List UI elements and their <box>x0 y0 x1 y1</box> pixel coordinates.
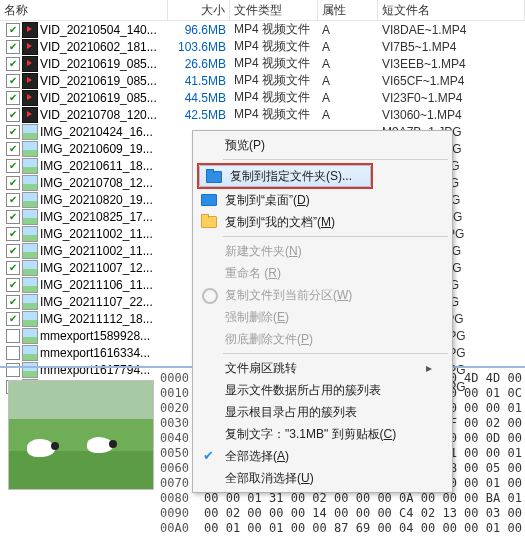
menu-select-all[interactable]: 全部选择(A) <box>195 445 450 467</box>
table-row[interactable]: VID_20210708_120...42.5MBMP4 视频文件AVI3060… <box>0 106 525 123</box>
file-name: IMG_20210609_19... <box>40 142 153 156</box>
thumbnail-area <box>0 368 160 536</box>
folder-icon <box>206 171 222 183</box>
menu-preview[interactable]: 预览(P) <box>195 134 450 156</box>
menu-show-root-clusters[interactable]: 显示根目录占用的簇列表 <box>195 401 450 423</box>
file-name: IMG_20210708_12... <box>40 176 153 190</box>
menu-show-clusters-label: 显示文件数据所占用的簇列表 <box>225 382 381 399</box>
row-checkbox[interactable] <box>6 278 20 292</box>
row-checkbox[interactable] <box>6 176 20 190</box>
check-icon <box>201 449 215 463</box>
row-checkbox[interactable] <box>6 346 20 360</box>
menu-copy-partition-label: 复制文件到当前分区(W) <box>225 287 352 304</box>
row-checkbox[interactable] <box>6 142 20 156</box>
menu-sector-jump[interactable]: 文件扇区跳转▸ <box>195 357 450 379</box>
row-checkbox[interactable] <box>6 295 20 309</box>
thumbnail-content <box>87 437 113 453</box>
file-name: mmexport1616334... <box>40 346 150 360</box>
menu-sector-jump-label: 文件扇区跳转 <box>225 360 297 377</box>
video-file-icon <box>22 56 38 72</box>
image-file-icon <box>22 345 38 361</box>
file-name: IMG_20210825_17... <box>40 210 153 224</box>
menu-copy-to-folder[interactable]: 复制到指定文件夹(S)... <box>199 165 371 187</box>
row-checkbox[interactable] <box>6 23 20 37</box>
row-checkbox[interactable] <box>6 329 20 343</box>
file-attr: A <box>318 23 378 37</box>
image-file-icon <box>22 328 38 344</box>
menu-select-all-label: 全部选择(A) <box>225 448 289 465</box>
file-name: VID_20210708_120... <box>40 108 157 122</box>
row-checkbox[interactable] <box>6 40 20 54</box>
image-file-icon <box>22 243 38 259</box>
image-file-icon <box>22 124 38 140</box>
menu-show-root-clusters-label: 显示根目录占用的簇列表 <box>225 404 357 421</box>
thumbnail-content <box>27 439 55 457</box>
menu-copy-mydocs[interactable]: 复制到“我的文档”(M) <box>195 211 450 233</box>
row-checkbox[interactable] <box>6 159 20 173</box>
image-file-icon <box>22 294 38 310</box>
col-header-type[interactable]: 文件类型 <box>230 0 318 20</box>
image-file-icon <box>22 226 38 242</box>
image-file-icon <box>22 311 38 327</box>
menu-perm-delete: 彻底删除文件(P) <box>195 328 450 350</box>
file-size: 96.6MB <box>168 23 230 37</box>
image-thumbnail[interactable] <box>8 380 154 490</box>
row-checkbox[interactable] <box>6 261 20 275</box>
table-row[interactable]: VID_20210619_085...26.6MBMP4 视频文件AVI3EEB… <box>0 55 525 72</box>
disk-icon <box>202 288 218 304</box>
highlight-red-box: 复制到指定文件夹(S)... <box>197 163 373 189</box>
row-checkbox[interactable] <box>6 57 20 71</box>
col-header-short[interactable]: 短文件名 <box>378 0 525 20</box>
menu-rename-label: 重命名 (R) <box>225 265 281 282</box>
menu-force-delete-label: 强制删除(E) <box>225 309 289 326</box>
image-file-icon <box>22 175 38 191</box>
file-name: VID_20210619_085... <box>40 57 157 71</box>
menu-copy-to-folder-wrap: 复制到指定文件夹(S)... <box>195 163 450 189</box>
row-checkbox[interactable] <box>6 91 20 105</box>
context-menu: 预览(P) 复制到指定文件夹(S)... 复制到“桌面”(D) 复制到“我的文档… <box>192 130 453 493</box>
row-checkbox[interactable] <box>6 125 20 139</box>
row-checkbox[interactable] <box>6 193 20 207</box>
video-file-icon <box>22 90 38 106</box>
col-header-attr[interactable]: 属性 <box>318 0 378 20</box>
menu-unselect-all-label: 全部取消选择(U) <box>225 470 314 487</box>
row-checkbox[interactable] <box>6 312 20 326</box>
menu-copy-partition: 复制文件到当前分区(W) <box>195 284 450 306</box>
desktop-icon <box>201 194 217 206</box>
row-checkbox[interactable] <box>6 108 20 122</box>
menu-copy-text-label: 复制文字："3.1MB" 到剪贴板(C) <box>225 426 396 443</box>
file-short-name: VI23F0~1.MP4 <box>378 91 525 105</box>
file-attr: A <box>318 108 378 122</box>
file-size: 26.6MB <box>168 57 230 71</box>
col-header-size[interactable]: 大小 <box>168 0 230 20</box>
menu-force-delete: 强制删除(E) <box>195 306 450 328</box>
row-checkbox[interactable] <box>6 244 20 258</box>
file-name: IMG_20211002_11... <box>40 244 153 258</box>
menu-copy-to-folder-label: 复制到指定文件夹(S)... <box>230 168 352 185</box>
file-name: IMG_20211107_22... <box>40 295 153 309</box>
video-file-icon <box>22 39 38 55</box>
menu-separator <box>223 236 448 237</box>
menu-show-clusters[interactable]: 显示文件数据所占用的簇列表 <box>195 379 450 401</box>
menu-unselect-all[interactable]: 全部取消选择(U) <box>195 467 450 489</box>
table-row[interactable]: VID_20210602_181...103.6MBMP4 视频文件AVI7B5… <box>0 38 525 55</box>
menu-copy-desktop[interactable]: 复制到“桌面”(D) <box>195 189 450 211</box>
image-file-icon <box>22 209 38 225</box>
file-short-name: VI65CF~1.MP4 <box>378 74 525 88</box>
table-row[interactable]: VID_20210504_140...96.6MBMP4 视频文件AVI8DAE… <box>0 21 525 38</box>
menu-copy-text[interactable]: 复制文字："3.1MB" 到剪贴板(C) <box>195 423 450 445</box>
image-file-icon <box>22 260 38 276</box>
file-type: MP4 视频文件 <box>230 106 318 123</box>
file-name: VID_20210504_140... <box>40 23 157 37</box>
file-size: 44.5MB <box>168 91 230 105</box>
file-name: IMG_20210820_19... <box>40 193 153 207</box>
image-file-icon <box>22 192 38 208</box>
row-checkbox[interactable] <box>6 74 20 88</box>
col-header-name[interactable]: 名称 <box>0 0 168 20</box>
row-checkbox[interactable] <box>6 227 20 241</box>
file-attr: A <box>318 74 378 88</box>
table-row[interactable]: VID_20210619_085...41.5MBMP4 视频文件AVI65CF… <box>0 72 525 89</box>
row-checkbox[interactable] <box>6 210 20 224</box>
file-short-name: VI8DAE~1.MP4 <box>378 23 525 37</box>
table-row[interactable]: VID_20210619_085...44.5MBMP4 视频文件AVI23F0… <box>0 89 525 106</box>
